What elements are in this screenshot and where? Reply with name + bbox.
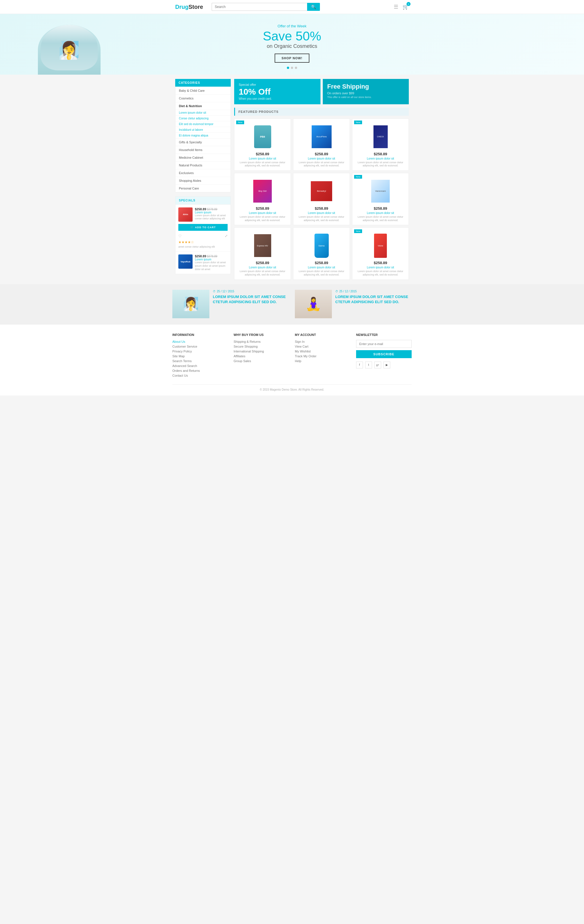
specials-section: SPECIALS Afrin $258.89 $378.89 Lorem ips… xyxy=(175,196,231,274)
googleplus-icon[interactable]: g+ xyxy=(374,361,381,368)
newsletter-email-input[interactable] xyxy=(356,340,412,348)
promo-banner-1: Special offer 10% Off When you use credi… xyxy=(234,79,320,104)
footer-link-customer[interactable]: Customer Service xyxy=(172,345,228,348)
sidebar-link-4[interactable]: Incididunt ut labore xyxy=(175,127,231,133)
footer-link-affiliates[interactable]: Affiliates xyxy=(234,355,289,358)
product-card-2: AccuFlora $258.89 Lorem ipsum dolor sit … xyxy=(293,119,350,171)
special-name-2[interactable]: Lorem ipsum xyxy=(195,258,228,261)
product-name-1[interactable]: Lorem ipsum dolor sit xyxy=(237,157,288,160)
blog-thumb-1[interactable]: 🧖‍♀️ xyxy=(172,290,210,318)
sidebar-item-household[interactable]: Household Items xyxy=(175,146,231,154)
sidebar-item-natural[interactable]: Natural Products xyxy=(175,162,231,169)
subscribe-button[interactable]: SUBSCRIBE xyxy=(356,350,412,358)
footer-link-shipping[interactable]: Shipping & Returns xyxy=(234,340,289,343)
product-name-7[interactable]: Lorem ipsum dolor sit xyxy=(237,266,288,269)
footer-link-about[interactable]: About Us xyxy=(172,340,228,343)
search-button[interactable]: 🔍 xyxy=(307,3,320,11)
product-name-9[interactable]: Lorem ipsum dolor sit xyxy=(355,266,406,269)
wishlist-icon[interactable]: ♡ xyxy=(178,234,182,238)
product-name-3[interactable]: Lorem ipsum dolor sit xyxy=(355,157,406,160)
sidebar-item-gifts[interactable]: Gifts & Specialty xyxy=(175,139,231,146)
product-badge-3: New xyxy=(354,120,362,124)
product-price-6: $258.89 xyxy=(355,206,406,211)
footer-link-viewcart[interactable]: View Cart xyxy=(295,345,350,348)
cart-icon-small: 🛒 xyxy=(190,226,194,229)
product-image-3[interactable]: CHECK xyxy=(373,125,388,148)
product-desc-7: Lorem ipsum dolor sit amet conse ctetur … xyxy=(237,270,288,276)
footer-link-intl[interactable]: International Shipping xyxy=(234,350,289,353)
sidebar-item-shopping[interactable]: Shopping Aisles xyxy=(175,177,231,185)
hero-dot-1[interactable] xyxy=(287,67,289,69)
product-image-8[interactable]: Sarna xyxy=(315,234,329,258)
youtube-icon[interactable]: ▶ xyxy=(383,361,390,368)
footer-newsletter: NEWSLETTER SUBSCRIBE f t g+ ▶ xyxy=(356,333,412,379)
shop-now-button[interactable]: SHOP NOW! xyxy=(275,54,309,63)
promo-label-1: Special offer xyxy=(239,83,316,86)
share-icon[interactable]: ⤢ xyxy=(225,234,228,238)
product-price-9: $258.89 xyxy=(355,261,406,265)
hero-dot-2[interactable] xyxy=(291,67,293,69)
blog-title-1[interactable]: LOREM IPSUM DOLOR SIT AMET CONSE CTETUR … xyxy=(213,294,289,305)
logo[interactable]: DrugStore xyxy=(175,4,203,10)
product-name-5[interactable]: Lorem ipsum dolor sit xyxy=(296,211,347,214)
footer-link-advanced[interactable]: Advanced Search xyxy=(172,364,228,368)
sidebar-item-exclusives[interactable]: Exclusives xyxy=(175,169,231,177)
product-image-4[interactable]: Boy Girl xyxy=(253,180,272,203)
offer-label: Offer of the Week xyxy=(6,24,578,28)
featured-header: FEATURED PRODUCTS xyxy=(234,108,409,116)
sidebar-item-baby-child-care[interactable]: Baby & Child Care xyxy=(175,87,231,95)
sidebar-link-2[interactable]: Conse ctetur adipiscing xyxy=(175,116,231,121)
special-old-price-1: $378.89 xyxy=(207,208,217,211)
product-image-2[interactable]: AccuFlora xyxy=(312,125,332,148)
facebook-icon[interactable]: f xyxy=(356,361,363,368)
footer-link-contact[interactable]: Contact Us xyxy=(172,374,228,377)
product-image-6[interactable]: Vanicream xyxy=(371,180,390,203)
hero-dot-3[interactable] xyxy=(295,67,297,69)
footer-link-secure[interactable]: Secure Shopping xyxy=(234,345,289,348)
footer-link-track[interactable]: Track My Order xyxy=(295,355,350,358)
product-name-4[interactable]: Lorem ipsum dolor sit xyxy=(237,211,288,214)
cart-badge: 0 xyxy=(406,2,411,6)
search-bar: 🔍 xyxy=(212,3,320,11)
product-name-2[interactable]: Lorem ipsum dolor sit xyxy=(296,157,347,160)
cart-icon[interactable]: 🛒 0 xyxy=(403,4,409,10)
footer-link-orders[interactable]: Orders and Returns xyxy=(172,369,228,372)
product-image-7[interactable]: Express HIV xyxy=(254,234,271,257)
sidebar-link-1[interactable]: Lorem ipsum dolor sit xyxy=(175,110,231,116)
special-price-2: $258.89 xyxy=(195,254,206,258)
footer-link-signin[interactable]: Sign In xyxy=(295,340,350,343)
footer-link-help[interactable]: Help xyxy=(295,359,350,363)
special-name-1[interactable]: Lorem ipsum xyxy=(195,211,228,214)
product-badge-1: New xyxy=(236,120,244,124)
footer-link-sitemap[interactable]: Site Map xyxy=(172,355,228,358)
sidebar-link-5[interactable]: Et dolore magna aliqua xyxy=(175,133,231,139)
special-thumb-1[interactable]: Afrin xyxy=(178,208,193,222)
product-image-1[interactable]: PB8 xyxy=(254,125,271,148)
sidebar-item-diet-nutrition[interactable]: Diet & Nutrition xyxy=(175,102,231,110)
special-thumb-2[interactable]: VapoRub xyxy=(178,254,193,269)
footer-link-search-terms[interactable]: Search Terms xyxy=(172,359,228,363)
product-name-6[interactable]: Lorem ipsum dolor sit xyxy=(355,211,406,214)
footer-link-group[interactable]: Group Sales xyxy=(234,359,289,363)
special-desc-1: Lorem ipsum dolor sit amet conse ctetur … xyxy=(195,214,228,221)
footer-link-wishlist[interactable]: My Wishlist xyxy=(295,350,350,353)
categories-title: CATEGORIES xyxy=(175,79,231,87)
blog-thumb-2[interactable]: 🧘‍♀️ xyxy=(295,290,332,318)
promo-title-2: Free Shipping xyxy=(327,83,404,90)
sidebar-item-cosmetics[interactable]: Cosmetics xyxy=(175,95,231,102)
sidebar-item-medicine[interactable]: Medicine Cabinet xyxy=(175,154,231,162)
search-input[interactable] xyxy=(212,3,307,11)
product-image-9[interactable]: Visine xyxy=(374,234,387,258)
product-image-5[interactable]: Benadryl xyxy=(311,181,332,201)
hamburger-icon[interactable]: ☰ xyxy=(394,4,398,10)
twitter-icon[interactable]: t xyxy=(365,361,372,368)
add-to-cart-button-1[interactable]: 🛒 ADD TO CART xyxy=(178,224,228,231)
sidebar-link-3[interactable]: Elit sed do euismod tempor xyxy=(175,121,231,127)
product-card-6: New Vanicream $258.89 Lorem ipsum dolor … xyxy=(352,173,409,225)
blog-title-2[interactable]: LOREM IPSUM DOLOR SIT AMET CONSE CTETUR … xyxy=(335,294,412,305)
footer-bottom: © 2015 Magento Demo Store. All Rights Re… xyxy=(172,384,412,391)
footer-link-privacy[interactable]: Privacy Policy xyxy=(172,350,228,353)
product-name-8[interactable]: Lorem ipsum dolor sit xyxy=(296,266,347,269)
sidebar-item-personal[interactable]: Personal Care xyxy=(175,185,231,192)
product-desc-9: Lorem ipsum dolor sit amet conse ctetur … xyxy=(355,270,406,276)
